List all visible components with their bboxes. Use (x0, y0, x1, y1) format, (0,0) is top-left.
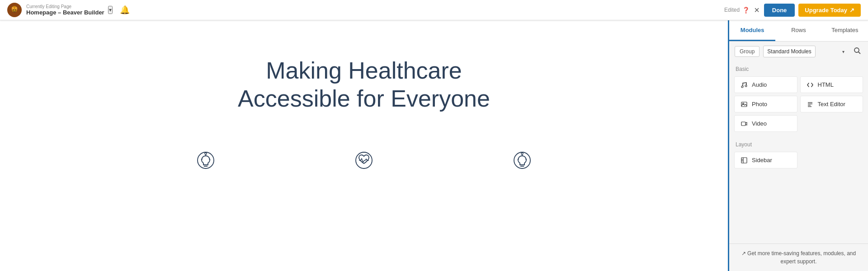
group-select-wrapper: Standard Modules (763, 46, 848, 57)
text-editor-icon (806, 101, 814, 107)
panel-footer: ↗ Get more time-saving features, modules… (729, 243, 868, 271)
brain-icon-2 (511, 149, 533, 172)
sidebar-icon (740, 157, 748, 164)
music-note-icon (740, 82, 748, 88)
search-button[interactable] (852, 45, 863, 58)
currently-editing-label: Currently Editing Page (26, 4, 104, 9)
basic-modules-grid: Audio HTML (729, 75, 868, 137)
module-html[interactable]: HTML (800, 76, 863, 93)
panel-content: Basic Audio (729, 61, 868, 243)
external-link-icon-footer: ↗ (741, 250, 747, 257)
done-button[interactable]: Done (764, 4, 795, 17)
svg-rect-21 (741, 102, 747, 107)
tab-templates[interactable]: Templates (822, 20, 868, 41)
svg-point-4 (13, 9, 14, 11)
module-text-editor-label: Text Editor (818, 101, 845, 107)
svg-point-5 (15, 9, 16, 11)
module-audio-label: Audio (752, 81, 767, 88)
help-icon[interactable]: ❓ (742, 7, 750, 14)
page-dropdown-button[interactable]: ▾ (108, 6, 113, 14)
module-video-label: Video (752, 120, 767, 127)
app-logo (7, 3, 22, 17)
close-button[interactable]: × (754, 5, 760, 15)
code-icon (806, 82, 814, 88)
svg-point-11 (356, 152, 372, 168)
svg-point-14 (521, 153, 523, 154)
group-select[interactable]: Standard Modules (763, 46, 816, 57)
notifications-button[interactable]: 🔔 (120, 5, 130, 15)
svg-point-8 (205, 153, 207, 154)
svg-point-3 (15, 7, 17, 10)
panel-tabs: Modules Rows Templates (729, 20, 868, 42)
video-icon (740, 121, 748, 127)
page-info: Currently Editing Page Homepage – Beaver… (26, 4, 104, 16)
module-video[interactable]: Video (734, 115, 797, 132)
upgrade-button[interactable]: Upgrade Today ↗ (798, 4, 861, 17)
svg-point-20 (745, 85, 747, 87)
section-layout-label: Layout (729, 137, 868, 150)
layout-modules-grid: Sidebar (729, 150, 868, 173)
module-photo-label: Photo (752, 101, 767, 107)
module-sidebar[interactable]: Sidebar (734, 152, 797, 168)
module-text-editor[interactable]: Text Editor (800, 96, 863, 112)
module-html-label: HTML (818, 81, 834, 88)
main-content: Making Healthcare Accessible for Everyon… (0, 20, 868, 271)
section-basic-label: Basic (729, 61, 868, 75)
brain-icon-1 (194, 149, 217, 172)
tab-rows[interactable]: Rows (775, 20, 821, 41)
svg-rect-27 (741, 122, 745, 126)
external-link-icon: ↗ (849, 7, 854, 14)
edited-label: Edited (724, 7, 740, 13)
footer-text: Get more time-saving features, modules, … (747, 250, 856, 265)
search-icon (854, 47, 861, 54)
photo-icon (740, 101, 748, 107)
svg-rect-28 (741, 158, 747, 163)
module-sidebar-label: Sidebar (752, 157, 772, 164)
group-row: Group Standard Modules (729, 42, 868, 61)
tab-modules[interactable]: Modules (729, 20, 775, 41)
builder-panel: Modules Rows Templates Group Standard Mo… (728, 20, 868, 271)
page-title: Homepage – Beaver Builder (26, 9, 104, 16)
icon-row (194, 149, 533, 172)
canvas-area: Making Healthcare Accessible for Everyon… (0, 20, 728, 271)
svg-point-19 (741, 86, 743, 88)
module-photo[interactable]: Photo (734, 96, 797, 112)
topbar: Currently Editing Page Homepage – Beaver… (0, 0, 868, 20)
hero-heading: Making Healthcare Accessible for Everyon… (228, 56, 500, 113)
svg-point-2 (12, 7, 14, 10)
group-label: Group (735, 46, 760, 57)
svg-line-18 (859, 52, 860, 54)
module-audio[interactable]: Audio (734, 76, 797, 93)
heart-monitor-icon (353, 149, 375, 172)
